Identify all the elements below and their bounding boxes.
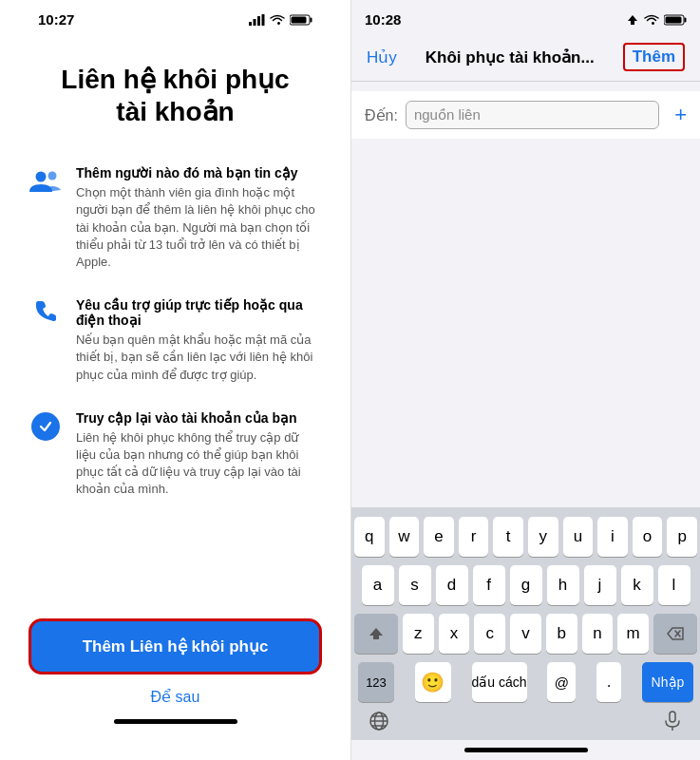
left-content: Liên hệ khôi phụctài khoản Thêm người nà…	[28, 35, 322, 599]
arrow-icon	[626, 13, 639, 27]
key-k[interactable]: k	[621, 565, 653, 605]
keyboard-control-row	[354, 708, 697, 736]
key-q[interactable]: q	[354, 517, 385, 557]
svg-rect-2	[257, 16, 260, 26]
keyboard-area: q w e r t y u i o p a s d f g h j k	[351, 139, 700, 760]
key-n[interactable]: n	[582, 614, 614, 654]
status-icons-right	[626, 13, 687, 27]
key-r[interactable]: r	[459, 517, 489, 557]
feature-heading-phone: Yêu cầu trợ giúp trực tiếp hoặc qua điện…	[76, 297, 322, 328]
keyboard-row-3: z x c v b n m	[354, 614, 697, 654]
key-e[interactable]: e	[424, 517, 454, 557]
key-w[interactable]: w	[389, 517, 420, 557]
to-field-container: Đến: nguồn liên +	[351, 91, 700, 139]
contacts-icon	[28, 167, 63, 194]
add-recovery-contact-button[interactable]: Thêm Liên hệ khôi phục	[28, 618, 322, 674]
cancel-button[interactable]: Hủy	[367, 48, 397, 67]
skip-button[interactable]: Để sau	[151, 688, 200, 706]
feature-item-access: Truy cập lại vào tài khoản của bạn Liên …	[28, 410, 322, 499]
to-input-value: nguồn liên	[414, 106, 651, 124]
wifi-icon-right	[644, 14, 659, 26]
keyboard: q w e r t y u i o p a s d f g h j k	[351, 507, 700, 740]
key-period[interactable]: .	[596, 662, 621, 702]
nav-bar: Hủy Khôi phục tài khoản... Thêm	[351, 35, 700, 82]
key-d[interactable]: d	[436, 565, 468, 605]
keyboard-row-1: q w e r t y u i o p	[354, 517, 697, 557]
key-y[interactable]: y	[528, 517, 558, 557]
battery-icon	[290, 14, 312, 26]
mic-icon	[661, 710, 684, 732]
svg-rect-21	[670, 712, 675, 722]
key-space[interactable]: dấu cách	[472, 662, 527, 702]
key-t[interactable]: t	[493, 517, 523, 557]
key-z[interactable]: z	[403, 614, 434, 654]
wifi-icon	[270, 14, 285, 26]
page-title: Liên hệ khôi phụctài khoản	[61, 64, 289, 127]
home-indicator-right	[464, 748, 588, 752]
key-return[interactable]: Nhập	[642, 662, 693, 702]
check-circle-icon	[28, 412, 63, 441]
key-shift[interactable]	[354, 614, 398, 654]
svg-point-8	[48, 172, 57, 180]
status-time-left: 10:27	[38, 11, 74, 28]
key-v[interactable]: v	[510, 614, 541, 654]
key-p[interactable]: p	[667, 517, 697, 557]
key-f[interactable]: f	[473, 565, 505, 605]
add-button[interactable]: Thêm	[623, 43, 685, 71]
key-i[interactable]: i	[597, 517, 628, 557]
key-mic[interactable]	[661, 710, 684, 732]
status-bar-left: 10:27	[28, 0, 322, 35]
home-indicator-left	[114, 719, 237, 724]
svg-point-7	[36, 172, 47, 182]
key-h[interactable]: h	[547, 565, 579, 605]
add-contact-button[interactable]: +	[674, 104, 687, 125]
to-label: Đến:	[365, 106, 398, 124]
svg-rect-6	[292, 16, 307, 23]
key-at[interactable]: @	[547, 662, 576, 702]
feature-heading-trusted: Thêm người nào đó mà bạn tin cậy	[76, 165, 322, 180]
phone-icon	[28, 299, 63, 326]
key-l[interactable]: l	[658, 565, 691, 605]
status-bar-right: 10:28	[351, 0, 700, 35]
nav-title: Khôi phục tài khoản...	[426, 48, 595, 67]
svg-marker-13	[369, 628, 383, 639]
svg-rect-0	[249, 22, 252, 26]
svg-rect-1	[254, 19, 256, 26]
keyboard-row-2: a s d f g h j k l	[354, 565, 697, 605]
key-a[interactable]: a	[362, 565, 394, 605]
left-panel: 10:27 Liên hệ khôi phụctài	[0, 0, 351, 760]
feature-item-phone: Yêu cầu trợ giúp trực tiếp hoặc qua điện…	[28, 297, 322, 384]
feature-body-access: Liên hệ khôi phục không thể truy cập dữ …	[76, 429, 322, 499]
feature-text-access: Truy cập lại vào tài khoản của bạn Liên …	[76, 410, 322, 499]
bottom-section: Thêm Liên hệ khôi phục Để sau	[28, 599, 322, 760]
status-icons-left	[249, 14, 312, 26]
to-input-wrapper[interactable]: nguồn liên	[406, 101, 659, 129]
feature-text-phone: Yêu cầu trợ giúp trực tiếp hoặc qua điện…	[76, 297, 322, 384]
svg-rect-3	[262, 14, 265, 26]
key-delete[interactable]	[653, 614, 697, 654]
feature-text-trusted: Thêm người nào đó mà bạn tin cậy Chọn mộ…	[76, 165, 322, 271]
key-b[interactable]: b	[546, 614, 577, 654]
key-s[interactable]: s	[399, 565, 431, 605]
signal-icon	[249, 14, 265, 26]
key-m[interactable]: m	[617, 614, 649, 654]
svg-rect-5	[311, 17, 312, 22]
key-numbers[interactable]: 123	[358, 662, 394, 702]
key-g[interactable]: g	[510, 565, 542, 605]
key-o[interactable]: o	[633, 517, 663, 557]
svg-rect-12	[666, 16, 682, 23]
globe-icon	[368, 710, 390, 732]
key-emoji[interactable]: 🙂	[415, 662, 451, 702]
key-x[interactable]: x	[439, 614, 470, 654]
key-globe[interactable]	[368, 710, 390, 732]
key-j[interactable]: j	[584, 565, 616, 605]
feature-body-phone: Nếu bạn quên mật khẩu hoặc mật mã của th…	[76, 332, 322, 384]
key-c[interactable]: c	[474, 614, 505, 654]
status-time-right: 10:28	[365, 11, 401, 28]
key-u[interactable]: u	[563, 517, 594, 557]
feature-item-trusted: Thêm người nào đó mà bạn tin cậy Chọn mộ…	[28, 165, 322, 271]
svg-marker-9	[628, 15, 637, 25]
feature-heading-access: Truy cập lại vào tài khoản của bạn	[76, 410, 322, 426]
svg-rect-11	[685, 17, 687, 22]
keyboard-row-4: 123 🙂 dấu cách @ . Nhập	[354, 662, 697, 702]
